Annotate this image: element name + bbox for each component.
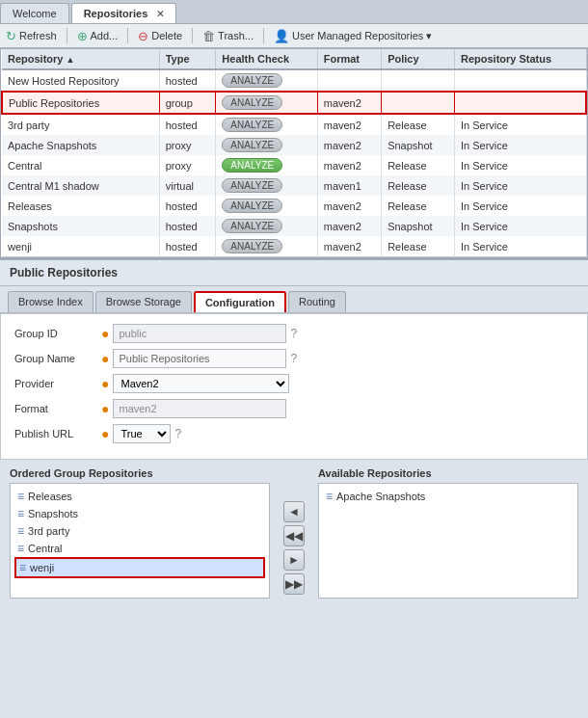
user-managed-button[interactable]: 👤 User Managed Repositories ▾ [274,29,432,43]
ordered-item-label: 3rd party [28,525,69,537]
table-row[interactable]: Central M1 shadow virtual ANALYZE maven1… [2,175,586,196]
table-row[interactable]: 3rd party hosted ANALYZE maven2 Release … [2,114,586,135]
group-id-input[interactable] [113,324,286,343]
analyze-button[interactable]: ANALYZE [222,73,282,88]
group-name-input[interactable] [113,349,286,368]
ordered-item-label: Snapshots [28,508,78,519]
cell-health: ANALYZE [216,155,317,175]
analyze-button[interactable]: ANALYZE [222,178,282,193]
cell-name: New Hosted Repository [2,69,159,92]
arrow-first-button[interactable]: ◀◀ [283,525,305,546]
provider-select[interactable]: Maven2 [113,374,289,393]
analyze-button[interactable]: ANALYZE [222,239,282,253]
cell-format: maven2 [317,236,381,257]
provider-row: Provider ● Maven2 [14,374,574,393]
col-health-check: Health Check [216,49,317,69]
refresh-icon: ↻ [6,29,16,43]
help-icon-groupid[interactable]: ? [290,327,297,340]
arrow-last-button[interactable]: ▶▶ [283,573,305,595]
format-label: Format [14,403,101,414]
help-icon-publish[interactable]: ? [174,427,181,440]
ordered-list-item[interactable]: ≡wenji [14,557,265,578]
available-group-list: ≡Apache Snapshots [318,483,578,598]
analyze-button[interactable]: ANALYZE [222,219,282,233]
cell-type: hosted [159,196,216,216]
cell-type: hosted [159,114,216,135]
ordered-list-item[interactable]: ≡Central [14,540,265,557]
cell-status: In Service [454,196,586,216]
cell-status [454,69,586,92]
analyze-button[interactable]: ANALYZE [222,138,282,152]
table-row[interactable]: wenji hosted ANALYZE maven2 Release In S… [2,236,586,257]
cell-health: ANALYZE [216,175,317,196]
cell-policy: Release [382,155,455,175]
add-icon: ⊕ [77,29,88,43]
col-repository: Repository ▲ [2,49,159,69]
cell-status: In Service [454,114,586,135]
table-row[interactable]: Central proxy ANALYZE maven2 Release In … [2,155,586,175]
cell-policy: Release [382,114,455,135]
cell-health: ANALYZE [216,69,317,92]
delete-button[interactable]: ⊖ Delete [138,29,182,43]
arrow-right-button[interactable]: ► [283,549,305,571]
analyze-button[interactable]: ANALYZE [222,158,282,173]
repo-icon: ≡ [19,561,26,574]
cell-name: Apache Snapshots [2,135,159,155]
sub-tab-routing[interactable]: Routing [288,291,346,312]
cell-status [454,92,586,114]
refresh-button[interactable]: ↻ Refresh [6,29,57,43]
table-row[interactable]: Apache Snapshots proxy ANALYZE maven2 Sn… [2,135,586,155]
cell-health: ANALYZE [216,114,317,135]
detail-title: Public Repositories [0,260,588,286]
cell-name: Central M1 shadow [2,175,159,196]
cell-health: ANALYZE [216,216,317,236]
group-name-label: Group Name [14,353,101,364]
publish-url-select[interactable]: True False [113,424,171,443]
cell-health: ANALYZE [216,196,317,216]
analyze-button[interactable]: ANALYZE [222,118,282,132]
col-type: Type [159,49,216,69]
cell-type: hosted [159,69,216,92]
ordered-list-item[interactable]: ≡Releases [14,488,265,505]
close-tab-icon[interactable]: ✕ [156,9,164,19]
cell-type: group [159,92,216,114]
group-id-row: Group ID ● ? [14,324,574,343]
sort-arrow-icon: ▲ [67,55,75,65]
cell-health: ANALYZE [216,236,317,257]
help-icon-groupname[interactable]: ? [290,352,297,365]
col-status: Repository Status [454,49,586,69]
available-list-item[interactable]: ≡Apache Snapshots [323,488,574,505]
format-input[interactable] [113,399,286,418]
sub-tab-browse-index[interactable]: Browse Index [8,291,94,312]
table-row[interactable]: New Hosted Repository hosted ANALYZE [2,69,586,92]
separator2 [127,28,128,43]
col-format: Format [317,49,381,69]
add-button[interactable]: ⊕ Add... [77,29,119,43]
cell-health: ANALYZE [216,92,317,114]
analyze-button[interactable]: ANALYZE [222,95,282,110]
groups-area: Ordered Group Repositories ≡Releases≡Sna… [0,460,588,608]
table-row[interactable]: Public Repositories group ANALYZE maven2 [2,92,586,114]
ordered-group-list: ≡Releases≡Snapshots≡3rd party≡Central≡we… [10,483,270,598]
analyze-button[interactable]: ANALYZE [222,199,282,213]
ordered-group-title: Ordered Group Repositories [10,467,270,479]
ordered-list-item[interactable]: ≡3rd party [14,522,265,540]
tab-welcome[interactable]: Welcome [0,3,69,23]
cell-type: hosted [159,236,216,257]
trash-button[interactable]: 🗑 Trash... [202,29,254,43]
provider-label: Provider [14,378,101,389]
cell-status: In Service [454,155,586,175]
table-row[interactable]: Releases hosted ANALYZE maven2 Release I… [2,196,586,216]
table-header-row: Repository ▲ Type Health Check Format Po… [2,49,586,69]
cell-name: 3rd party [2,114,159,135]
table-row[interactable]: Snapshots hosted ANALYZE maven2 Snapshot… [2,216,586,236]
ordered-list-item[interactable]: ≡Snapshots [14,505,265,522]
group-name-row: Group Name ● ? [14,349,574,368]
arrow-left-button[interactable]: ◄ [283,501,305,522]
tab-repositories[interactable]: Repositories ✕ [71,3,177,23]
required-dot: ● [101,326,109,341]
cell-format: maven2 [317,135,381,155]
cell-format: maven2 [317,92,381,114]
sub-tab-configuration[interactable]: Configuration [194,291,286,312]
sub-tab-browse-storage[interactable]: Browse Storage [95,291,192,312]
